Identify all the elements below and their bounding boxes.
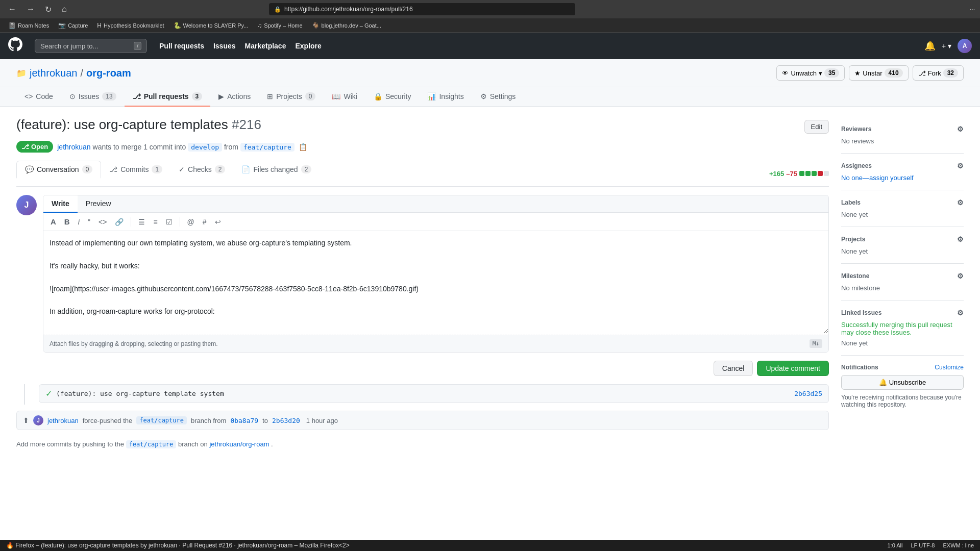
bookmark-icon: 📷 <box>58 22 66 29</box>
preview-tab[interactable]: Preview <box>78 195 119 213</box>
tab-actions[interactable]: ▶ Actions <box>210 87 259 107</box>
pusher-name-link[interactable]: jethrokuan <box>47 417 79 424</box>
projects-gear-icon[interactable]: ⚙ <box>957 235 964 243</box>
pr-target-branch[interactable]: develop <box>188 143 222 152</box>
tab-pull-requests[interactable]: ⎇ Pull requests 3 <box>125 87 211 107</box>
home-button[interactable]: ⌂ <box>59 3 70 16</box>
back-button[interactable]: ← <box>5 3 19 16</box>
pr-tab-files-changed[interactable]: 📄 Files changed 2 <box>233 161 320 179</box>
repo-name-link[interactable]: org-roam <box>86 67 131 79</box>
footer-text2: branch on <box>178 440 208 448</box>
bookmark-spotify[interactable]: ♫ Spotify – Home <box>253 21 306 30</box>
star-count: 410 <box>885 68 903 78</box>
comment-editor-area: J Write Preview A <box>16 195 829 376</box>
search-input[interactable]: Search or jump to... / <box>35 39 147 53</box>
from-sha-link[interactable]: 0ba8a79 <box>230 417 258 424</box>
bookmark-label: Welcome to SLAYER Py... <box>183 22 249 29</box>
forward-button[interactable]: → <box>23 3 38 16</box>
bookmark-label: Capture <box>68 22 88 29</box>
comment-footer: Attach files by dragging & dropping, sel… <box>43 335 828 352</box>
toolbar-task-btn[interactable]: ☑ <box>163 216 176 228</box>
fork-button[interactable]: ⎇ Fork 32 <box>913 65 964 81</box>
diff-bar-3 <box>812 171 817 176</box>
footer-repo-link[interactable]: jethrokuan/org-roam <box>209 440 269 448</box>
reply-icon: ↩ <box>215 218 221 226</box>
search-shortcut: / <box>134 42 141 50</box>
pr-author-link[interactable]: jethrokuan <box>57 143 90 151</box>
bookmark-icon: 🐐 <box>312 22 320 29</box>
comment-textarea[interactable]: Instead of implementing our own templati… <box>43 231 828 333</box>
footer-branch: feat/capture <box>126 440 177 448</box>
toolbar-code-btn[interactable]: <> <box>95 216 110 228</box>
bookmark-slayer[interactable]: 🐍 Welcome to SLAYER Py... <box>169 21 253 30</box>
bookmark-hypothesis[interactable]: H Hypothesis Bookmarklet <box>93 21 168 30</box>
toolbar-ul-btn[interactable]: ☰ <box>135 216 148 228</box>
bookmark-blog[interactable]: 🐐 blog.jethro.dev – Goat... <box>308 21 385 30</box>
toolbar-ref-btn[interactable]: # <box>200 216 210 228</box>
tab-wiki[interactable]: 📖 Wiki <box>324 87 365 107</box>
labels-gear-icon[interactable]: ⚙ <box>957 198 964 207</box>
push-branch[interactable]: feat/capture <box>136 416 187 424</box>
milestone-gear-icon[interactable]: ⚙ <box>957 272 964 280</box>
commit-check-icon: ✓ <box>45 389 52 398</box>
repo-icon: 📁 <box>16 68 27 78</box>
pr-count: 3 <box>192 92 203 101</box>
notifications-customize-link[interactable]: Customize <box>935 364 964 371</box>
reload-button[interactable]: ↻ <box>42 3 55 16</box>
nav-pull-requests[interactable]: Pull requests <box>155 39 208 53</box>
watch-button[interactable]: 👁 Unwatch ▾ 35 <box>776 65 845 81</box>
url-bar[interactable]: 🔒 https://github.com/jethrokuan/org-roam… <box>269 3 575 15</box>
toolbar-heading-btn[interactable]: A <box>47 216 59 228</box>
tab-settings-label: Settings <box>490 92 516 101</box>
pr-tab-conversation[interactable]: 💬 Conversation 0 <box>16 161 101 179</box>
assignees-gear-icon[interactable]: ⚙ <box>957 162 964 170</box>
tab-projects[interactable]: ⊞ Projects 0 <box>259 87 324 107</box>
more-tools-icon[interactable]: ··· <box>970 6 975 13</box>
pr-tab-checks[interactable]: ✓ Checks 2 <box>170 161 233 179</box>
bookmark-label: Spotify – Home <box>264 22 302 29</box>
unsubscribe-label: Unsubscribe <box>889 379 926 386</box>
user-avatar[interactable]: A <box>958 39 972 53</box>
copy-branch-icon[interactable]: 📋 <box>299 143 307 151</box>
nav-explore[interactable]: Explore <box>291 39 325 53</box>
reviewers-gear-icon[interactable]: ⚙ <box>957 125 964 133</box>
bookmark-icon: 📓 <box>8 22 16 29</box>
projects-label: Projects <box>841 236 865 243</box>
nav-issues[interactable]: Issues <box>209 39 240 53</box>
toolbar-mention-btn[interactable]: @ <box>184 216 198 228</box>
nav-marketplace[interactable]: Marketplace <box>241 39 290 53</box>
bookmark-roam-notes[interactable]: 📓 Roam Notes <box>4 21 53 30</box>
github-logo[interactable] <box>8 37 22 55</box>
pr-tab-commits[interactable]: ⎇ Commits 1 <box>101 161 170 179</box>
pr-source-branch[interactable]: feat/capture <box>240 143 295 152</box>
edit-button[interactable]: Edit <box>804 120 829 134</box>
tab-projects-label: Projects <box>276 92 302 101</box>
create-plus-button[interactable]: + ▾ <box>942 42 951 50</box>
tab-issues[interactable]: ⊙ Issues 13 <box>61 87 125 107</box>
tab-code[interactable]: <> Code <box>16 87 61 107</box>
toolbar-ol-btn[interactable]: ≡ <box>150 216 160 228</box>
update-comment-button[interactable]: Update comment <box>757 361 829 376</box>
toolbar-italic-btn[interactable]: i <box>75 216 83 228</box>
tab-settings[interactable]: ⚙ Settings <box>472 87 524 107</box>
to-sha-link[interactable]: 2b63d20 <box>272 417 300 424</box>
pr-status-icon: ⎇ <box>21 143 29 151</box>
write-tab[interactable]: Write <box>43 195 78 213</box>
toolbar-quote-btn[interactable]: " <box>85 216 93 228</box>
reviewers-label: Reviewers <box>841 126 871 133</box>
security-icon: 🔒 <box>374 92 382 101</box>
notification-bell-icon[interactable]: 🔔 <box>924 40 936 52</box>
toolbar-reply-btn[interactable]: ↩ <box>212 216 224 228</box>
linked-issues-gear-icon[interactable]: ⚙ <box>957 309 964 317</box>
repo-owner-link[interactable]: jethrokuan <box>30 67 77 79</box>
bookmark-capture[interactable]: 📷 Capture <box>54 21 92 30</box>
unsubscribe-button[interactable]: 🔔 Unsubscribe <box>841 375 964 390</box>
star-button[interactable]: ★ Unstar 410 <box>849 65 908 81</box>
tab-insights[interactable]: 📊 Insights <box>419 87 472 107</box>
tab-security[interactable]: 🔒 Security <box>365 87 420 107</box>
cancel-button[interactable]: Cancel <box>714 361 753 376</box>
toolbar-link-btn[interactable]: 🔗 <box>112 216 127 228</box>
commit-sha-link[interactable]: 2b63d25 <box>794 390 822 397</box>
assignees-value[interactable]: No one—assign yourself <box>841 174 964 182</box>
toolbar-bold-btn[interactable]: B <box>61 216 73 228</box>
